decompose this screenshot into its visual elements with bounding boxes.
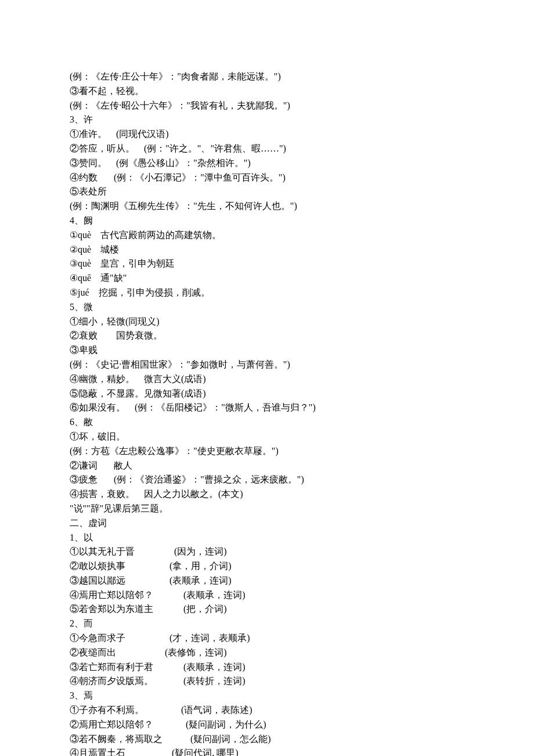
text-line: (例：陶渊明《五柳先生传》："先生，不知何许人也。") <box>70 199 464 214</box>
text-line: ①以其无礼于晋 (因为，连词) <box>70 545 464 559</box>
text-line: ①准许。 (同现代汉语) <box>70 127 464 142</box>
text-line: ④约数 (例：《小石潭记》："潭中鱼可百许头。") <box>70 171 464 185</box>
text-line: ②焉用亡郑以陪邻？ (疑问副词，为什么) <box>70 718 464 732</box>
text-line: ③若不阙秦，将焉取之 (疑问副词，怎么能) <box>70 732 464 747</box>
text-line: 5、微 <box>70 300 464 315</box>
text-line: ③疲惫 (例：《资治通鉴》："曹操之众，远来疲敝。") <box>70 473 464 487</box>
text-line: 6、敝 <box>70 415 464 430</box>
text-line: ⑤表处所 <box>70 185 464 199</box>
text-line: 3、许 <box>70 113 464 127</box>
text-line: ①坏，破旧。 <box>70 430 464 444</box>
text-line: (例：方苞《左忠毅公逸事》："使史更敝衣草屦。") <box>70 444 464 459</box>
text-line: ④朝济而夕设版焉。 (表转折，连词) <box>70 674 464 689</box>
text-line: ②谦词 敝人 <box>70 459 464 473</box>
text-line: ②敢以烦执事 (拿，用，介词) <box>70 559 464 574</box>
text-line: ①细小，轻微(同现义) <box>70 315 464 329</box>
text-line: ①子亦有不利焉。 (语气词，表陈述) <box>70 703 464 718</box>
text-line: ③què 皇宫，引申为朝廷 <box>70 257 464 271</box>
text-line: 3、焉 <box>70 689 464 703</box>
text-line: ②衰败 国势衰微。 <box>70 329 464 343</box>
text-line: ⑤隐蔽，不显露。见微知著(成语) <box>70 387 464 401</box>
text-line: ③赞同。 (例《愚公移山》："杂然相许。") <box>70 156 464 171</box>
text-line: 4、阙 <box>70 214 464 228</box>
text-line: ④quē 通"缺" <box>70 271 464 286</box>
document-page: (例：《左传·庄公十年》："肉食者鄙，未能远谋。")③看不起，轻视。(例：《左传… <box>0 0 534 756</box>
text-line: ③若亡郑而有利于君 (表顺承，连词) <box>70 660 464 675</box>
document-body: (例：《左传·庄公十年》："肉食者鄙，未能远谋。")③看不起，轻视。(例：《左传… <box>70 70 464 756</box>
text-line: "说""辞"见课后第三题。 <box>70 502 464 516</box>
text-line: ④焉用亡郑以陪邻？ (表顺承，连词) <box>70 588 464 603</box>
text-line: ①què 古代宫殿前两边的高建筑物。 <box>70 228 464 243</box>
text-line: ⑥如果没有。 (例：《岳阳楼记》："微斯人，吾谁与归？") <box>70 401 464 415</box>
text-line: ①今急而求子 (才，连词，表顺承) <box>70 631 464 646</box>
text-line: ②夜缒而出 (表修饰，连词) <box>70 646 464 660</box>
text-line: (例：《左传·庄公十年》："肉食者鄙，未能远谋。") <box>70 70 464 84</box>
text-line: 1、以 <box>70 531 464 545</box>
text-line: ⑤jué 挖掘，引申为侵损，削减。 <box>70 286 464 300</box>
text-line: ③越国以鄙远 (表顺承，连词) <box>70 574 464 588</box>
text-line: (例：《左传·昭公十六年》："我皆有礼，夫犹鄙我。") <box>70 99 464 113</box>
text-line: ④且焉置土石 (疑问代词, 哪里) <box>70 746 464 756</box>
text-line: 二、虚词 <box>70 516 464 531</box>
text-line: ②què 城楼 <box>70 243 464 257</box>
text-line: ④损害，衰败。 因人之力以敝之。(本文) <box>70 487 464 502</box>
text-line: ③卑贱 <box>70 343 464 358</box>
text-line: ⑤若舍郑以为东道主 (把，介词) <box>70 602 464 617</box>
text-line: ③看不起，轻视。 <box>70 84 464 99</box>
text-line: ④幽微，精妙。 微言大义(成语) <box>70 372 464 387</box>
text-line: ②答应，听从。 (例："许之。"、"许君焦、暇……") <box>70 142 464 156</box>
text-line: (例：《史记·曹相国世家》："参如微时，与萧何善。") <box>70 358 464 372</box>
text-line: 2、而 <box>70 617 464 631</box>
